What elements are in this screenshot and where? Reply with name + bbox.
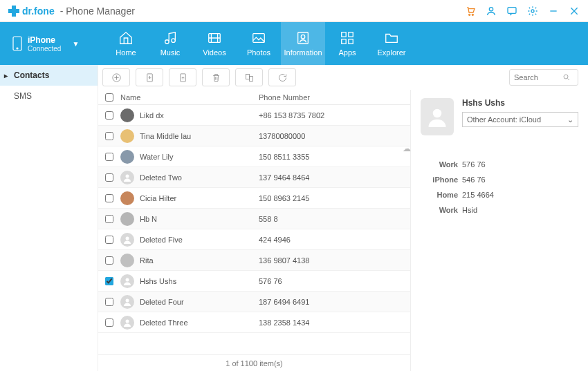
row-checkbox[interactable] [105,194,113,202]
table-row[interactable]: Water Lily150 8511 3355 [98,146,410,167]
svg-point-9 [17,48,18,49]
row-checkbox[interactable] [105,111,113,120]
import-icon [145,73,155,83]
table-row[interactable]: Deleted Three138 2358 1434 [98,312,410,333]
cross-icon [8,6,19,17]
account-label: Other Account: iCloud [467,115,541,124]
row-checkbox[interactable] [105,256,113,265]
svg-point-4 [531,10,534,12]
gear-icon[interactable] [527,6,538,17]
brand-name: dr.fone [22,6,55,17]
row-checkbox[interactable] [105,132,113,140]
add-button[interactable] [102,68,130,86]
avatar [120,171,134,184]
import-button[interactable] [136,68,163,86]
avatar [120,295,134,309]
contact-name: Hshs Ushs [462,98,578,108]
account-selector[interactable]: Other Account: iCloud ⌄ [462,112,578,127]
table-row[interactable]: Cicia Hilter150 8963 2145 [98,188,410,209]
device-selector[interactable]: iPhone Connected ▼ [0,22,104,65]
table-row[interactable]: Deleted Two137 9464 8464 [98,167,410,188]
merge-button[interactable] [235,68,263,86]
row-checkbox[interactable] [105,318,113,327]
row-phone: 576 76 [259,277,410,285]
tab-label: Information [284,48,322,57]
export-button[interactable] [169,68,196,86]
field-value: 546 76 [462,175,578,184]
svg-line-30 [568,79,570,81]
tab-explorer[interactable]: Explorer [369,22,414,65]
tab-videos[interactable]: Videos [192,22,237,65]
feedback-icon[interactable] [506,6,517,17]
search-input[interactable] [514,73,562,82]
avatar [120,233,134,247]
search-box[interactable] [509,69,578,86]
svg-point-11 [172,39,176,42]
field-label: Home [421,191,458,199]
header-phone[interactable]: Phone Number [259,93,410,102]
contact-list: Name Phone Number Likd dx+86 153 8735 78… [98,90,411,371]
table-row[interactable]: Rita136 9807 4138 [98,250,410,271]
row-phone: 150 8511 3355 [259,153,410,161]
field-value: 576 76 [462,160,578,169]
row-checkbox[interactable] [105,215,113,223]
tab-information[interactable]: Information [281,22,325,65]
sidebar-item-sms[interactable]: SMS [0,86,98,106]
row-checkbox[interactable] [105,298,113,306]
field-label: Work [421,206,458,214]
tab-label: Explorer [378,48,406,57]
refresh-icon [277,73,288,83]
table-row[interactable]: Tina Middle lau13780080000 [98,126,410,146]
row-checkbox[interactable] [105,153,113,161]
table-row[interactable]: Deleted Five424 4946 [98,229,410,250]
row-phone: 137 9464 8464 [259,173,410,182]
svg-rect-13 [253,34,265,43]
svg-rect-3 [508,7,516,13]
svg-point-31 [126,174,129,178]
refresh-button[interactable] [268,68,296,86]
sidebar-item-contacts[interactable]: Contacts [0,65,98,86]
row-checkbox[interactable] [105,236,113,244]
row-name: Cicia Hilter [140,194,176,202]
folder-icon [384,30,399,46]
table-row[interactable]: Hb N558 8 [98,209,410,229]
table-row[interactable]: Hshs Ushs576 76 [98,271,410,292]
tab-music[interactable]: Music [148,22,192,65]
header-name[interactable]: Name [120,93,259,102]
svg-point-0 [469,14,470,15]
field-label: Work [421,160,458,169]
trash-icon [211,73,221,83]
table-row[interactable]: Deleted Four187 6494 6491 [98,292,410,312]
svg-rect-28 [249,76,252,81]
row-name: Water Lily [140,153,174,161]
tab-label: Music [160,48,181,57]
avatar [120,212,134,226]
titlebar-icons [465,6,580,17]
chevron-down-icon: ▼ [72,40,79,48]
svg-point-2 [489,7,493,10]
app-title: - Phone Manager [60,6,135,17]
row-phone: 424 4946 [259,236,410,244]
delete-button[interactable] [202,68,230,86]
plus-icon [111,73,122,83]
cart-icon[interactable] [465,6,476,17]
close-icon[interactable] [569,6,580,17]
row-checkbox[interactable] [105,173,113,182]
row-name: Likd dx [140,111,164,120]
table-row[interactable]: Likd dx+86 153 8735 7802 [98,105,410,126]
select-all-checkbox[interactable] [105,93,113,102]
row-phone: 136 9807 4138 [259,256,410,265]
user-icon[interactable] [486,6,497,17]
tab-photos[interactable]: Photos [237,22,281,65]
field-label: iPhone [421,175,458,184]
minimize-icon[interactable] [548,6,559,17]
svg-point-34 [126,298,129,302]
tab-apps[interactable]: Apps [325,22,369,65]
avatar [120,108,134,122]
row-phone: 187 6494 6491 [259,298,410,306]
tab-home[interactable]: Home [104,22,148,65]
avatar [120,150,134,164]
svg-rect-14 [298,32,309,44]
row-phone: 138 2358 1434 [259,318,410,327]
row-checkbox[interactable] [105,277,113,285]
